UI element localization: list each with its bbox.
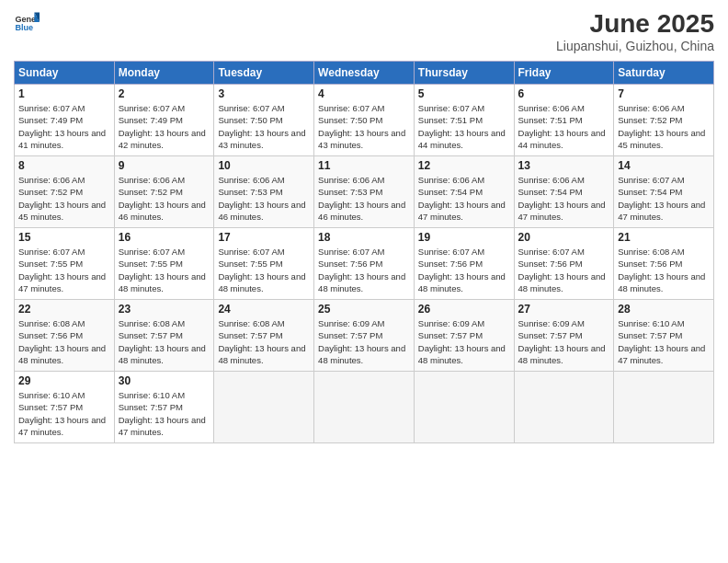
- sunset-label: Sunset: 7:56 PM: [418, 259, 483, 269]
- day-number: 26: [418, 303, 510, 316]
- sunset-label: Sunset: 7:52 PM: [18, 187, 83, 197]
- day-info: Sunrise: 6:06 AM Sunset: 7:54 PM Dayligh…: [418, 174, 510, 223]
- col-thursday: Thursday: [414, 62, 514, 85]
- daylight-label: Daylight: 13 hours and 48 minutes.: [218, 271, 305, 293]
- header: General Blue June 2025 Liupanshui, Guizh…: [14, 9, 714, 53]
- day-number: 8: [18, 159, 110, 172]
- sunset-label: Sunset: 7:54 PM: [518, 187, 583, 197]
- daylight-label: Daylight: 13 hours and 47 minutes.: [418, 200, 506, 222]
- day-info: Sunrise: 6:09 AM Sunset: 7:57 PM Dayligh…: [318, 317, 410, 366]
- day-info: Sunrise: 6:06 AM Sunset: 7:53 PM Dayligh…: [318, 174, 410, 223]
- calendar-cell: 21 Sunrise: 6:08 AM Sunset: 7:56 PM Dayl…: [614, 228, 714, 300]
- calendar-cell: [514, 372, 614, 443]
- sunrise-label: Sunrise: 6:06 AM: [18, 175, 85, 185]
- day-info: Sunrise: 6:06 AM Sunset: 7:51 PM Dayligh…: [518, 102, 610, 151]
- calendar-week-2: 8 Sunrise: 6:06 AM Sunset: 7:52 PM Dayli…: [15, 156, 714, 228]
- page-container: General Blue June 2025 Liupanshui, Guizh…: [0, 0, 728, 453]
- day-number: 16: [119, 231, 210, 244]
- calendar-cell: 29 Sunrise: 6:10 AM Sunset: 7:57 PM Dayl…: [15, 372, 115, 443]
- calendar-table: Sunday Monday Tuesday Wednesday Thursday…: [14, 61, 714, 443]
- calendar-cell: 16 Sunrise: 6:07 AM Sunset: 7:55 PM Dayl…: [114, 228, 214, 300]
- day-number: 29: [18, 374, 110, 387]
- sunset-label: Sunset: 7:53 PM: [318, 187, 382, 197]
- daylight-label: Daylight: 13 hours and 45 minutes.: [18, 200, 106, 222]
- calendar-cell: 13 Sunrise: 6:06 AM Sunset: 7:54 PM Dayl…: [514, 156, 614, 228]
- day-number: 12: [418, 159, 510, 172]
- calendar-cell: 6 Sunrise: 6:06 AM Sunset: 7:51 PM Dayli…: [514, 85, 614, 156]
- sunrise-label: Sunrise: 6:07 AM: [119, 247, 185, 257]
- sunset-label: Sunset: 7:51 PM: [518, 115, 583, 125]
- calendar-cell: 18 Sunrise: 6:07 AM Sunset: 7:56 PM Dayl…: [314, 228, 415, 300]
- daylight-label: Daylight: 13 hours and 47 minutes.: [18, 271, 106, 293]
- day-number: 3: [218, 87, 310, 100]
- sunrise-label: Sunrise: 6:10 AM: [618, 318, 684, 328]
- sunrise-label: Sunrise: 6:07 AM: [119, 103, 185, 113]
- sunrise-label: Sunrise: 6:06 AM: [518, 175, 585, 185]
- col-tuesday: Tuesday: [214, 62, 314, 85]
- sunrise-label: Sunrise: 6:10 AM: [18, 390, 85, 400]
- calendar-cell: 15 Sunrise: 6:07 AM Sunset: 7:55 PM Dayl…: [15, 228, 115, 300]
- day-info: Sunrise: 6:06 AM Sunset: 7:52 PM Dayligh…: [18, 174, 110, 223]
- day-info: Sunrise: 6:10 AM Sunset: 7:57 PM Dayligh…: [618, 317, 710, 366]
- day-number: 25: [318, 303, 410, 316]
- day-info: Sunrise: 6:07 AM Sunset: 7:55 PM Dayligh…: [18, 246, 110, 294]
- daylight-label: Daylight: 13 hours and 47 minutes.: [518, 200, 606, 222]
- daylight-label: Daylight: 13 hours and 48 minutes.: [18, 343, 106, 365]
- sunrise-label: Sunrise: 6:06 AM: [418, 175, 484, 185]
- logo-icon: General Blue: [14, 9, 40, 35]
- day-number: 14: [618, 159, 710, 172]
- daylight-label: Daylight: 13 hours and 44 minutes.: [418, 128, 506, 150]
- calendar-cell: 30 Sunrise: 6:10 AM Sunset: 7:57 PM Dayl…: [114, 372, 214, 443]
- daylight-label: Daylight: 13 hours and 47 minutes.: [18, 415, 106, 437]
- day-info: Sunrise: 6:06 AM Sunset: 7:54 PM Dayligh…: [518, 174, 610, 223]
- day-info: Sunrise: 6:08 AM Sunset: 7:56 PM Dayligh…: [618, 246, 710, 294]
- day-info: Sunrise: 6:07 AM Sunset: 7:51 PM Dayligh…: [418, 102, 510, 151]
- sunset-label: Sunset: 7:56 PM: [518, 259, 583, 269]
- sunset-label: Sunset: 7:57 PM: [218, 330, 282, 340]
- sunrise-label: Sunrise: 6:09 AM: [418, 318, 484, 328]
- day-info: Sunrise: 6:10 AM Sunset: 7:57 PM Dayligh…: [18, 389, 110, 438]
- sunset-label: Sunset: 7:55 PM: [18, 259, 83, 269]
- daylight-label: Daylight: 13 hours and 42 minutes.: [119, 128, 206, 150]
- calendar-cell: 24 Sunrise: 6:08 AM Sunset: 7:57 PM Dayl…: [214, 300, 314, 372]
- sunset-label: Sunset: 7:52 PM: [618, 115, 682, 125]
- calendar-cell: 1 Sunrise: 6:07 AM Sunset: 7:49 PM Dayli…: [15, 85, 115, 156]
- day-number: 15: [18, 231, 110, 244]
- day-number: 18: [318, 231, 410, 244]
- daylight-label: Daylight: 13 hours and 48 minutes.: [618, 271, 705, 293]
- day-number: 24: [218, 303, 310, 316]
- calendar-cell: 22 Sunrise: 6:08 AM Sunset: 7:56 PM Dayl…: [15, 300, 115, 372]
- sunrise-label: Sunrise: 6:07 AM: [518, 247, 585, 257]
- calendar-cell: [414, 372, 514, 443]
- day-info: Sunrise: 6:08 AM Sunset: 7:57 PM Dayligh…: [218, 317, 310, 366]
- day-number: 13: [518, 159, 610, 172]
- day-info: Sunrise: 6:08 AM Sunset: 7:56 PM Dayligh…: [18, 317, 110, 366]
- day-number: 7: [618, 87, 710, 100]
- calendar-cell: 28 Sunrise: 6:10 AM Sunset: 7:57 PM Dayl…: [614, 300, 714, 372]
- col-friday: Friday: [514, 62, 614, 85]
- day-number: 9: [119, 159, 210, 172]
- day-info: Sunrise: 6:09 AM Sunset: 7:57 PM Dayligh…: [418, 317, 510, 366]
- sunrise-label: Sunrise: 6:08 AM: [119, 318, 185, 328]
- calendar-cell: 14 Sunrise: 6:07 AM Sunset: 7:54 PM Dayl…: [614, 156, 714, 228]
- daylight-label: Daylight: 13 hours and 46 minutes.: [218, 200, 305, 222]
- day-info: Sunrise: 6:07 AM Sunset: 7:56 PM Dayligh…: [418, 246, 510, 294]
- day-info: Sunrise: 6:07 AM Sunset: 7:49 PM Dayligh…: [18, 102, 110, 151]
- sunrise-label: Sunrise: 6:07 AM: [18, 103, 85, 113]
- day-info: Sunrise: 6:07 AM Sunset: 7:56 PM Dayligh…: [518, 246, 610, 294]
- day-number: 20: [518, 231, 610, 244]
- sunset-label: Sunset: 7:56 PM: [618, 259, 682, 269]
- calendar-cell: 4 Sunrise: 6:07 AM Sunset: 7:50 PM Dayli…: [314, 85, 415, 156]
- day-info: Sunrise: 6:10 AM Sunset: 7:57 PM Dayligh…: [119, 389, 210, 438]
- day-number: 21: [618, 231, 710, 244]
- day-info: Sunrise: 6:06 AM Sunset: 7:52 PM Dayligh…: [618, 102, 710, 151]
- daylight-label: Daylight: 13 hours and 48 minutes.: [119, 343, 206, 365]
- daylight-label: Daylight: 13 hours and 46 minutes.: [119, 200, 206, 222]
- day-number: 6: [518, 87, 610, 100]
- sunset-label: Sunset: 7:56 PM: [18, 330, 83, 340]
- sunset-label: Sunset: 7:52 PM: [119, 187, 183, 197]
- sunset-label: Sunset: 7:49 PM: [18, 115, 83, 125]
- calendar-cell: 2 Sunrise: 6:07 AM Sunset: 7:49 PM Dayli…: [114, 85, 214, 156]
- day-info: Sunrise: 6:07 AM Sunset: 7:50 PM Dayligh…: [218, 102, 310, 151]
- sunset-label: Sunset: 7:55 PM: [119, 259, 183, 269]
